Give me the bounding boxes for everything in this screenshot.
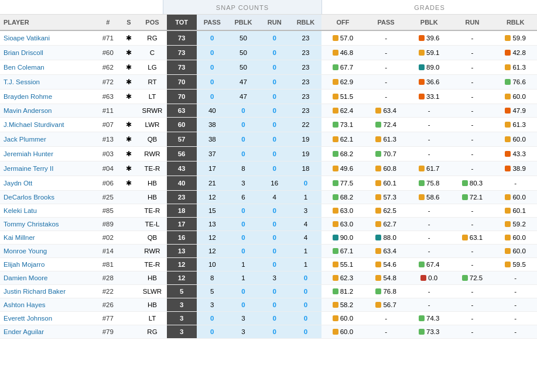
grades-header: GRADES: [322, 0, 537, 14]
grade-badge: 67.7: [323, 64, 364, 71]
grade-badge: 76.8: [365, 288, 406, 295]
player-name[interactable]: Ashton Hayes: [0, 298, 96, 312]
grade-cell: 59.1: [408, 46, 451, 60]
grade-badge: 73.1: [323, 121, 364, 128]
grade-cell: 62.5: [364, 204, 408, 218]
grade-cell: -: [364, 46, 408, 60]
player-pos: TE-R: [138, 258, 166, 271]
player-name[interactable]: Jaydn Ott: [0, 176, 96, 191]
player-name[interactable]: Brian Driscoll: [0, 46, 96, 60]
snap-cell: 1: [228, 271, 259, 285]
grade-badge: 47.9: [495, 107, 536, 114]
snap-cell: 0: [290, 312, 321, 325]
player-name[interactable]: Mavin Anderson: [0, 104, 96, 118]
table-row: Jack Plummer #13 ✱ QB 57 38 0 0 19 62.1 …: [0, 132, 537, 147]
table-row: Damien Moore #28 HB 12 8 1 3 0 62.3 54.8…: [0, 271, 537, 285]
player-num: #77: [96, 312, 120, 325]
snap-cell: 23: [290, 30, 321, 46]
snap-cell: 0: [228, 231, 259, 245]
grade-badge: 63.1: [452, 234, 493, 241]
player-star: [120, 245, 138, 258]
player-pos: RG: [138, 325, 166, 339]
grade-cell: 63.4: [364, 245, 408, 258]
grade-cell: 59.5: [494, 258, 537, 271]
snap-tot: 70: [167, 75, 197, 90]
player-star: ✱: [120, 176, 138, 191]
player-name[interactable]: Jermaine Terry II: [0, 161, 96, 176]
player-name[interactable]: J.Michael Sturdivant: [0, 118, 96, 132]
snap-cell: 0: [228, 245, 259, 258]
player-name[interactable]: Keleki Latu: [0, 204, 96, 218]
snap-cell: 0: [228, 118, 259, 132]
snap-cell: 50: [228, 46, 259, 60]
snap-cell: 0: [290, 325, 321, 339]
player-name[interactable]: Brayden Rohme: [0, 90, 96, 104]
grade-badge: 33.1: [409, 93, 450, 100]
grade-dot: [375, 248, 381, 254]
grade-cell: -: [364, 60, 408, 75]
grade-dot: [419, 166, 425, 171]
player-name[interactable]: Ender Aguilar: [0, 325, 96, 339]
snap-cell: 3: [197, 298, 228, 312]
player-name[interactable]: Ben Coleman: [0, 60, 96, 75]
player-pos: LWR: [138, 118, 166, 132]
player-pos: LT: [138, 312, 166, 325]
grade-badge: 55.1: [323, 261, 364, 268]
table-row: Elijah Mojarro #81 TE-R 12 10 1 0 1 55.1…: [0, 258, 537, 271]
grade-badge: 60.0: [495, 136, 536, 143]
player-name[interactable]: Elijah Mojarro: [0, 258, 96, 271]
player-name[interactable]: Kai Millner: [0, 231, 96, 245]
player-name[interactable]: Justin Richard Baker: [0, 285, 96, 298]
grade-dot: [333, 151, 338, 157]
grade-dot: [505, 248, 511, 254]
grade-dot: [419, 262, 425, 267]
grade-dot: [419, 50, 425, 56]
player-num: #62: [96, 60, 120, 75]
grade-dot: [505, 166, 511, 171]
grade-cell: 62.1: [321, 132, 365, 147]
grade-badge: 72.1: [452, 194, 493, 201]
player-name[interactable]: Sioape Vatikani: [0, 30, 96, 46]
snap-cell: 10: [197, 258, 228, 271]
snap-cell: 1: [290, 245, 321, 258]
grade-cell: 67.7: [321, 60, 365, 75]
grade-cell: 60.1: [364, 176, 408, 191]
player-name[interactable]: Jack Plummer: [0, 132, 96, 147]
grade-dot: [505, 50, 511, 56]
snap-tot: 3: [167, 312, 197, 325]
grade-badge: 90.0: [323, 234, 364, 241]
grade-dot: [505, 94, 511, 99]
table-row: Ben Coleman #62 ✱ LG 73 0 50 0 23 67.7 -…: [0, 60, 537, 75]
grade-badge: 42.8: [495, 49, 536, 56]
player-num: #02: [96, 231, 120, 245]
player-name[interactable]: Damien Moore: [0, 271, 96, 285]
grade-cell: -: [451, 218, 494, 231]
grade-cell: -: [451, 90, 494, 104]
grade-cell: 0.0: [408, 271, 451, 285]
player-name[interactable]: DeCarlos Brooks: [0, 191, 96, 204]
grade-cell: 59.2: [494, 218, 537, 231]
grade-cell: -: [451, 60, 494, 75]
table-row: Ashton Hayes #26 HB 3 3 0 0 0 58.2 56.7 …: [0, 298, 537, 312]
grade-dot: [375, 275, 381, 281]
grade-cell: -: [451, 30, 494, 46]
grade-cell: -: [408, 245, 451, 258]
main-container: SNAP COUNTS GRADES PLAYER # S POS TOT PA…: [0, 0, 537, 339]
col-header-pass: PASS: [197, 15, 228, 30]
snap-tot: 18: [167, 204, 197, 218]
grade-dot: [419, 35, 425, 41]
snap-cell: 0: [259, 46, 290, 60]
grade-dot: [333, 262, 338, 267]
player-name[interactable]: Monroe Young: [0, 245, 96, 258]
grade-dot: [375, 151, 381, 157]
player-star: [120, 325, 138, 339]
grade-badge: 61.3: [365, 136, 406, 143]
player-name[interactable]: Everett Johnson: [0, 312, 96, 325]
player-name[interactable]: T.J. Session: [0, 75, 96, 90]
player-pos: RWR: [138, 245, 166, 258]
snap-cell: 18: [290, 161, 321, 176]
grade-badge: 63.4: [365, 247, 406, 255]
grade-cell: 72.5: [451, 271, 494, 285]
player-name[interactable]: Tommy Christakos: [0, 218, 96, 231]
player-name[interactable]: Jeremiah Hunter: [0, 147, 96, 161]
